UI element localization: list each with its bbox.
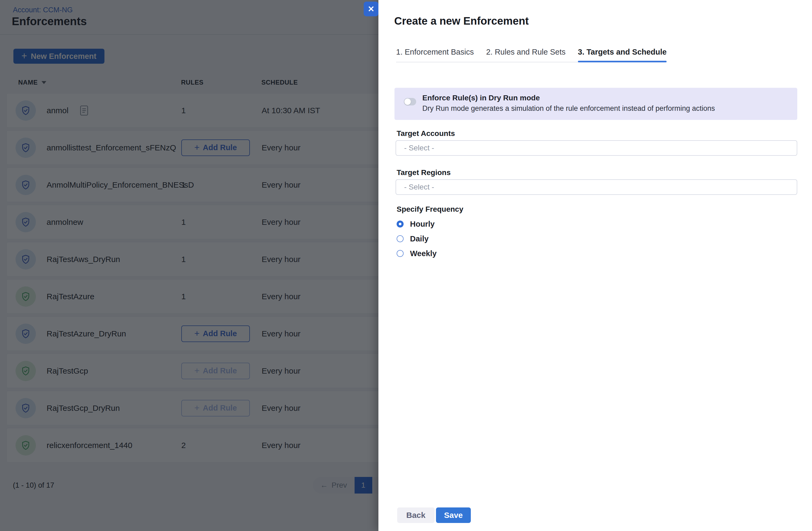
dry-run-title: Enforce Rule(s) in Dry Run mode [422,94,540,102]
frequency-option-hourly[interactable]: Hourly [397,220,435,228]
radio-selected-icon [397,221,404,227]
create-enforcement-drawer: Create a new Enforcement 1. Enforcement … [378,0,812,531]
frequency-option-weekly[interactable]: Weekly [397,249,436,257]
target-regions-placeholder: - Select - [404,183,434,191]
radio-unselected-icon [397,235,404,242]
tab-3[interactable]: 3. Targets and Schedule [578,48,667,62]
frequency-option-daily[interactable]: Daily [397,235,429,243]
target-accounts-placeholder: - Select - [404,144,434,152]
active-tab-underline [578,61,667,62]
frequency-option-label: Daily [410,234,429,243]
specify-frequency-label: Specify Frequency [397,205,463,213]
dry-run-banner: Enforce Rule(s) in Dry Run mode Dry Run … [394,88,797,120]
target-regions-label: Target Regions [397,168,451,177]
target-accounts-select[interactable]: - Select - [395,140,797,156]
radio-unselected-icon [397,250,404,257]
drawer-title: Create a new Enforcement [394,15,529,27]
back-button[interactable]: Back [397,507,435,523]
tab-1[interactable]: 1. Enforcement Basics [396,48,474,62]
frequency-option-label: Weekly [410,249,436,258]
wizard-tabs: 1. Enforcement Basics2. Rules and Rule S… [396,48,667,62]
save-button[interactable]: Save [436,507,471,523]
toggle-knob [404,99,411,105]
frequency-option-label: Hourly [410,220,435,228]
target-accounts-label: Target Accounts [397,129,455,138]
dry-run-description: Dry Run mode generates a simulation of t… [422,104,715,113]
dry-run-toggle[interactable] [404,98,416,105]
tab-2[interactable]: 2. Rules and Rule Sets [486,48,566,62]
close-drawer-button[interactable]: ✕ [364,2,378,16]
app-root: Account: CCM-NG Enforcements + New Enfor… [0,0,812,531]
target-regions-select[interactable]: - Select - [395,179,797,195]
